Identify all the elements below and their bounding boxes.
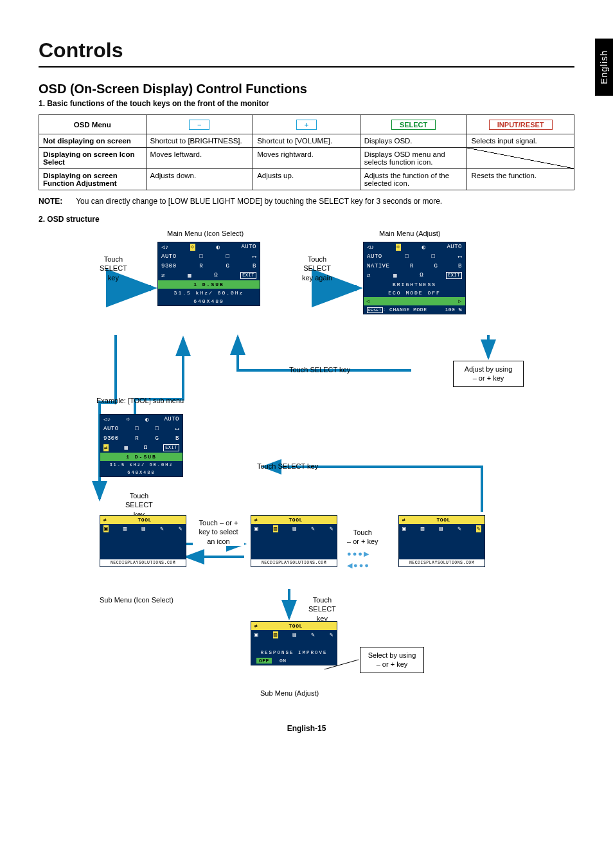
- label-touch-select-again: Touch SELECT key again: [302, 255, 332, 282]
- section-heading: OSD (On-Screen Display) Control Function…: [39, 82, 574, 96]
- label-touch-select-3: Touch SELECT key: [257, 462, 318, 471]
- dots-right-icon: ●●●▶: [347, 549, 370, 558]
- cell: Shortcut to [BRIGHTNESS].: [146, 134, 253, 148]
- table-row: Displaying on screen Function Adjustment…: [39, 169, 574, 190]
- osd-example-panel: ◁♪☼◐AUTO AUTO□□⟷ 9300RGB ⇄▦ΩEXIT 1 D-SUB…: [100, 414, 183, 477]
- th-reset: INPUT/RESET: [467, 115, 574, 134]
- label-touch-select-loop: Touch SELECT key: [289, 365, 350, 374]
- label-main-adjust: Main Menu (Adjust): [379, 229, 440, 238]
- label-touch-select-4: Touch SELECT key: [308, 595, 336, 623]
- table-row: Not displaying on screen Shortcut to [BR…: [39, 134, 574, 148]
- subheading-1: 1. Basic functions of the touch keys on …: [39, 99, 574, 108]
- cell: Moves leftward.: [146, 148, 253, 169]
- label-main-icon: Main Menu (Icon Select): [167, 229, 244, 238]
- page-title: Controls: [39, 39, 574, 62]
- box-adjust-pm: Adjust by using – or + key: [453, 361, 524, 387]
- cell: Selects input signal.: [467, 134, 574, 148]
- minus-button-icon: –: [189, 120, 209, 130]
- plus-button-icon: +: [296, 120, 317, 130]
- functions-table: OSD Menu – + SELECT INPUT/RESET Not disp…: [39, 114, 574, 190]
- cell: Displaying on screen Icon Select: [39, 148, 147, 169]
- label-example: Example: [TOOL] sub menu: [96, 396, 184, 405]
- cell: Shortcut to [VOLUME].: [253, 134, 360, 148]
- th-menu: OSD Menu: [39, 115, 147, 134]
- page-number: English-15: [39, 724, 574, 733]
- title-rule: [39, 66, 574, 68]
- subheading-2: 2. OSD structure: [39, 215, 574, 224]
- cell: Not displaying on screen: [39, 134, 147, 148]
- osd-tool-middle: ⇄TOOL ▣▥▤✎✎ NECDISPLAYSOLUTIONS.COM: [251, 515, 337, 567]
- table-row: Displaying on screen Icon Select Moves l…: [39, 148, 574, 169]
- label-touch-pm: Touch – or + key: [347, 528, 378, 547]
- osd-main-icon-panel: ◁♪☼◐AUTO AUTO□□⟷ 9300RGB ⇄▦ΩEXIT 1 D-SUB…: [157, 242, 260, 306]
- th-select: SELECT: [360, 115, 467, 134]
- cell: Adjusts up.: [253, 169, 360, 190]
- th-minus: –: [146, 115, 253, 134]
- label-touch-select: Touch SELECT key: [100, 255, 127, 282]
- note-text: You can directly change to [LOW BLUE LIG…: [76, 197, 442, 206]
- reset-button-icon: INPUT/RESET: [489, 120, 553, 130]
- cell: Displays OSD.: [360, 134, 467, 148]
- select-button-icon: SELECT: [391, 120, 436, 130]
- osd-tool-left: ⇄TOOL ▣▥▤✎✎ NECDISPLAYSOLUTIONS.COM: [100, 515, 186, 567]
- cell: Adjusts the function of the selected ico…: [360, 169, 467, 190]
- cell: Adjusts down.: [146, 169, 253, 190]
- box-select-pm: Select by using – or + key: [360, 647, 424, 673]
- label-sub-adjust: Sub Menu (Adjust): [260, 689, 319, 698]
- note: NOTE: You can directly change to [LOW BL…: [39, 197, 574, 206]
- cell: Displays OSD menu and selects function i…: [360, 148, 467, 169]
- osd-tool-right: ⇄TOOL ▣▥▤✎✎ NECDISPLAYSOLUTIONS.COM: [398, 515, 485, 567]
- osd-response-panel: ⇄TOOL ▣▥▤✎✎ RESPONSE IMPROVE OFFON: [251, 621, 337, 665]
- note-label: NOTE:: [39, 197, 74, 206]
- label-touch-pm-select: Touch – or + key to select an icon: [193, 518, 244, 546]
- cell: Moves rightward.: [253, 148, 360, 169]
- dots-left-icon: ◀●●●: [347, 561, 370, 570]
- label-sub-icon: Sub Menu (Icon Select): [100, 595, 173, 604]
- osd-structure-diagram: Main Menu (Icon Select) Main Menu (Adjus…: [39, 229, 574, 698]
- cell: Resets the function.: [467, 169, 574, 190]
- cell-empty: [467, 148, 574, 169]
- cell: Displaying on screen Function Adjustment: [39, 169, 147, 190]
- page-content: Controls OSD (On-Screen Display) Control…: [0, 0, 613, 759]
- th-plus: +: [253, 115, 360, 134]
- osd-main-adjust-panel: ◁♪☼◐AUTO AUTO□□⟷ NATIVERGB ⇄▦ΩEXIT BRIGH…: [363, 242, 466, 314]
